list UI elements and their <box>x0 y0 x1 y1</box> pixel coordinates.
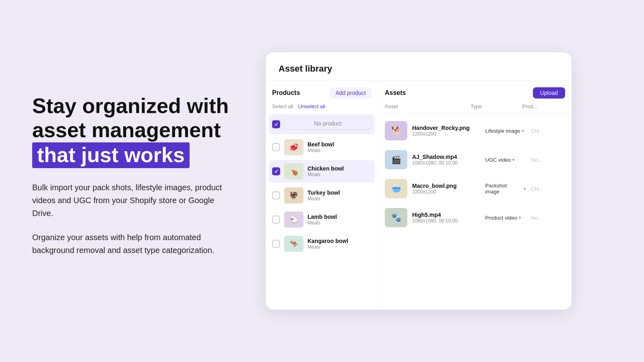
headline-line2: asset management <box>32 118 221 142</box>
high5-product: No... <box>531 215 565 221</box>
headline-highlight: that just works <box>32 142 190 168</box>
shadow-product: No... <box>531 157 565 163</box>
table-row: 🥣 Macro_bowl.png 1200x1200 Packshot imag… <box>382 175 568 202</box>
headline-line1: Stay organized with <box>32 94 229 117</box>
high5-info: High5.mp4 1080x1080, 00:10:00 <box>412 212 481 224</box>
chevron-down-icon: ▾ <box>512 157 515 162</box>
macro-name: Macro_bowl.png <box>412 183 481 189</box>
no-product-checkbox[interactable] <box>272 120 280 128</box>
table-row: 🐾 High5.mp4 1080x1080, 00:10:00 Product … <box>382 204 568 231</box>
shadow-type-select[interactable]: UGC video ▾ <box>485 157 526 163</box>
lamb-checkbox[interactable] <box>272 216 280 224</box>
chicken-category: Meals <box>308 172 372 177</box>
turkey-thumb: 🦃 <box>284 187 303 204</box>
shadow-type-label: UGC video <box>485 157 511 163</box>
turkey-name: Turkey bowl <box>308 189 372 196</box>
rocky-name: Handover_Rocky.png <box>412 125 481 131</box>
assets-table-header: Asset Type Prod... <box>378 103 572 114</box>
chevron-down-icon: ▾ <box>524 186 526 191</box>
shadow-dims: 1080x1080, 00:10:00 <box>412 160 481 166</box>
high5-type[interactable]: Product video ▾ <box>485 215 526 221</box>
list-item[interactable]: 🐑 Lamb bowl Meals <box>269 208 375 231</box>
col-type-header: Type <box>471 103 522 109</box>
assets-title: Assets <box>385 89 406 97</box>
select-all-link[interactable]: Select all <box>272 103 293 109</box>
card-header: Asset library <box>266 52 572 81</box>
desc2: Organize your assets with help from auto… <box>32 231 233 257</box>
products-header: Products Add product <box>266 87 378 103</box>
macro-type-label: Packshot image <box>485 183 522 195</box>
shadow-type[interactable]: UGC video ▾ <box>485 157 526 163</box>
high5-thumb: 🐾 <box>385 208 407 227</box>
shadow-info: AJ_Shadow.mp4 1080x1080, 00:10:00 <box>412 154 481 166</box>
macro-dims: 1200x1200 <box>412 189 481 195</box>
chevron-down-icon: ▾ <box>522 128 524 134</box>
rocky-type-select[interactable]: Lifestyle image ▾ <box>485 128 526 134</box>
shadow-name: AJ_Shadow.mp4 <box>412 154 481 160</box>
beef-name: Beef bowl <box>308 141 372 148</box>
assets-column: Assets Upload Asset Type Prod... 🐕 Hando… <box>378 81 572 310</box>
chicken-checkbox[interactable] <box>272 167 280 175</box>
table-row: 🎬 AJ_Shadow.mp4 1080x1080, 00:10:00 UGC … <box>382 146 568 173</box>
turkey-category: Meals <box>308 196 372 202</box>
no-product-label: No product <box>314 120 341 127</box>
lamb-thumb: 🐑 <box>284 212 303 228</box>
lamb-category: Meals <box>308 220 372 226</box>
card-title: Asset library <box>279 64 332 74</box>
products-title: Products <box>272 89 300 97</box>
rocky-type[interactable]: Lifestyle image ▾ <box>485 128 526 134</box>
upload-button[interactable]: Upload <box>533 87 565 99</box>
lamb-name: Lamb bowl <box>308 214 372 220</box>
hero-title: Stay organized with asset management tha… <box>32 94 233 168</box>
kangaroo-thumb: 🦘 <box>284 236 303 252</box>
kangaroo-category: Meals <box>308 244 372 250</box>
card-body: Products Add product Select all Unselect… <box>266 81 572 310</box>
kangaroo-info: Kangaroo bowl Meals <box>308 238 372 250</box>
select-actions-row: Select all Unselect all <box>266 103 378 114</box>
kangaroo-name: Kangaroo bowl <box>308 238 372 244</box>
col-prod-header: Prod... <box>522 103 565 109</box>
products-column: Products Add product Select all Unselect… <box>266 81 378 310</box>
beef-info: Beef bowl Meals <box>308 141 372 153</box>
rocky-type-label: Lifestyle image <box>485 128 520 134</box>
turkey-info: Turkey bowl Meals <box>308 189 372 202</box>
rocky-info: Handover_Rocky.png 1200x1200 <box>412 125 481 137</box>
macro-type[interactable]: Packshot image ▾ <box>485 183 526 195</box>
assets-header: Assets Upload <box>378 87 572 103</box>
macro-info: Macro_bowl.png 1200x1200 <box>412 183 481 195</box>
right-panel: Asset library Products Add product Selec… <box>266 0 644 362</box>
macro-product: Chi... <box>531 186 565 192</box>
chicken-thumb: 🍗 <box>284 163 303 179</box>
high5-type-select[interactable]: Product video ▾ <box>485 215 526 221</box>
chicken-info: Chicken bowl Meals <box>308 165 372 177</box>
lamb-info: Lamb bowl Meals <box>308 214 372 226</box>
rocky-dims: 1200x1200 <box>412 131 481 137</box>
list-item[interactable]: 🦃 Turkey bowl Meals <box>269 184 375 207</box>
kangaroo-checkbox[interactable] <box>272 240 280 248</box>
asset-library-card: Asset library Products Add product Selec… <box>266 52 572 310</box>
list-item[interactable]: 🦘 Kangaroo bowl Meals <box>269 232 375 255</box>
chevron-down-icon: ▾ <box>519 215 521 220</box>
unselect-all-link[interactable]: Unselect all <box>298 103 325 109</box>
list-item[interactable]: 🥩 Beef bowl Meals <box>269 136 375 158</box>
list-item[interactable]: 🍗 Chicken bowl Meals <box>269 160 375 183</box>
beef-thumb: 🥩 <box>284 139 303 155</box>
asset-list: 🐕 Handover_Rocky.png 1200x1200 Lifestyle… <box>378 114 572 310</box>
add-product-button[interactable]: Add product <box>330 87 372 99</box>
turkey-checkbox[interactable] <box>272 191 280 200</box>
shadow-thumb: 🎬 <box>385 150 407 169</box>
beef-checkbox[interactable] <box>272 143 280 151</box>
rocky-thumb: 🐕 <box>385 121 407 140</box>
high5-name: High5.mp4 <box>412 212 481 218</box>
no-product-item[interactable]: No product <box>269 114 375 134</box>
left-panel: Stay organized with asset management tha… <box>0 70 266 292</box>
chicken-name: Chicken bowl <box>308 165 372 172</box>
beef-category: Meals <box>308 148 372 153</box>
rocky-product: Chi... <box>531 128 565 134</box>
macro-type-select[interactable]: Packshot image ▾ <box>485 183 526 195</box>
desc1: Bulk import your pack shots, lifestyle i… <box>32 181 233 220</box>
table-row: 🐕 Handover_Rocky.png 1200x1200 Lifestyle… <box>382 117 568 144</box>
product-list: No product 🥩 Beef bowl Meals <box>266 114 378 310</box>
macro-thumb: 🥣 <box>385 179 407 198</box>
col-asset-header: Asset <box>385 103 471 109</box>
